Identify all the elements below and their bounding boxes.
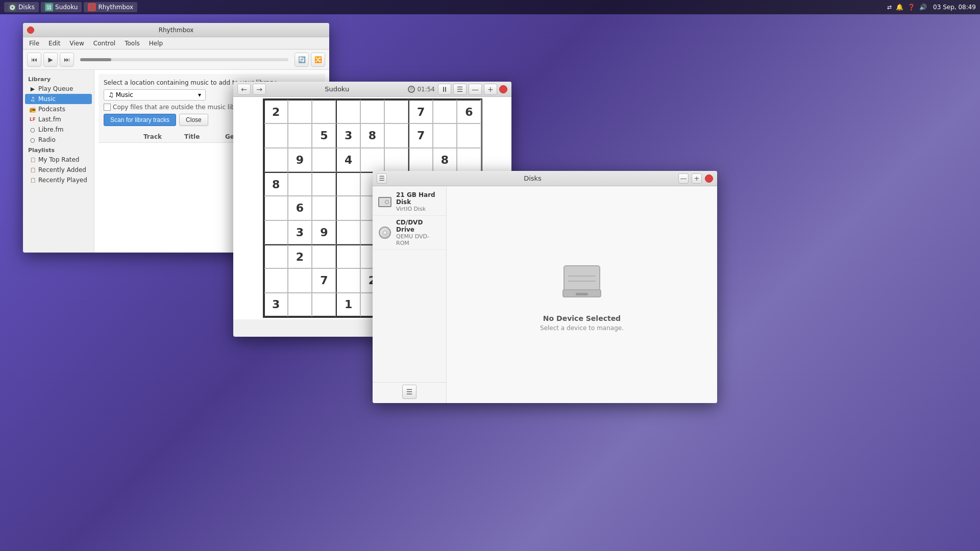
sudoku-maximize-button[interactable]: + (484, 84, 497, 95)
sudoku-cell-1-3[interactable]: 3 (336, 123, 360, 147)
sidebar-item-librefm[interactable]: ○ Libre.fm (25, 124, 92, 135)
sudoku-cell-1-6[interactable]: 7 (408, 123, 432, 147)
sudoku-cell-0-8[interactable]: 6 (457, 99, 481, 123)
rb-menu-file[interactable]: File (25, 39, 43, 48)
sidebar-item-recently-played[interactable]: 📋 Recently Played (25, 175, 92, 185)
taskbar-app-rhythmbox[interactable]: 🎵 Rhythmbox (84, 2, 137, 12)
sudoku-cell-3-0[interactable]: 8 (264, 172, 288, 196)
sudoku-minimize-button[interactable]: — (469, 84, 482, 95)
sudoku-cell-2-2[interactable] (312, 148, 336, 172)
sudoku-cell-1-8[interactable] (457, 123, 481, 147)
rhythmbox-close-button[interactable] (27, 27, 34, 34)
sudoku-cell-7-3[interactable] (336, 268, 360, 292)
sudoku-cell-6-1[interactable]: 2 (288, 244, 312, 268)
sudoku-titlebar-buttons: ⏸ ☰ — + ✕ (438, 84, 507, 95)
sudoku-cell-7-0[interactable] (264, 268, 288, 292)
sudoku-cell-2-3[interactable]: 4 (336, 148, 360, 172)
disks-taskbar-icon: 💿 (8, 3, 16, 11)
sudoku-cell-0-3[interactable] (336, 99, 360, 123)
copy-files-checkbox[interactable] (104, 104, 111, 111)
rb-repeat-button[interactable]: 🔄 (295, 53, 309, 67)
sudoku-cell-0-5[interactable] (384, 99, 408, 123)
sudoku-cell-2-4[interactable] (360, 148, 384, 172)
sudoku-cell-4-1[interactable]: 6 (288, 196, 312, 220)
sudoku-cell-8-1[interactable] (288, 293, 312, 317)
sudoku-cell-8-2[interactable] (312, 293, 336, 317)
sudoku-cell-2-6[interactable] (408, 148, 432, 172)
close-import-button[interactable]: Close (179, 114, 208, 126)
disks-minimize-button[interactable]: — (678, 173, 689, 184)
sudoku-cell-2-7[interactable]: 8 (433, 148, 457, 172)
hdd-name: 21 GB Hard Disk (396, 191, 441, 206)
rb-menu-help[interactable]: Help (145, 39, 167, 48)
sudoku-cell-4-3[interactable] (336, 196, 360, 220)
sudoku-cell-8-3[interactable]: 1 (336, 293, 360, 317)
sidebar-item-recently-added[interactable]: 📋 Recently Added (25, 165, 92, 175)
rb-play-button[interactable]: ▶ (43, 53, 58, 67)
sudoku-cell-1-7[interactable] (433, 123, 457, 147)
sudoku-cell-3-3[interactable] (336, 172, 360, 196)
sudoku-cell-2-1[interactable]: 9 (288, 148, 312, 172)
disks-maximize-button[interactable]: + (692, 173, 702, 184)
sidebar-item-lastfm[interactable]: LF Last.fm (25, 114, 92, 124)
sudoku-cell-6-0[interactable] (264, 244, 288, 268)
sudoku-pause-button[interactable]: ⏸ (438, 84, 451, 95)
disks-toolbar-menu-icon[interactable]: ☰ (402, 385, 416, 399)
sidebar-recently-played-label: Recently Played (38, 177, 87, 184)
taskbar-app-disks[interactable]: 💿 Disks (4, 2, 39, 12)
sudoku-cell-5-2[interactable]: 9 (312, 220, 336, 244)
disks-menu-button[interactable]: ☰ (377, 173, 387, 184)
rb-next-button[interactable]: ⏭ (60, 53, 74, 67)
sudoku-cell-1-4[interactable]: 8 (360, 123, 384, 147)
sudoku-cell-1-5[interactable] (384, 123, 408, 147)
sudoku-cell-4-2[interactable] (312, 196, 336, 220)
sidebar-item-top-rated[interactable]: 📋 My Top Rated (25, 155, 92, 165)
import-location-select[interactable]: ♫ Music ▾ (104, 89, 206, 101)
sudoku-cell-2-0[interactable] (264, 148, 288, 172)
sidebar-item-radio[interactable]: ○ Radio (25, 135, 92, 145)
taskbar-app-sudoku[interactable]: 🔢 Sudoku (41, 2, 82, 12)
sudoku-cell-5-3[interactable] (336, 220, 360, 244)
sudoku-cell-0-0[interactable]: 2 (264, 99, 288, 123)
sudoku-cell-3-2[interactable] (312, 172, 336, 196)
sudoku-cell-0-4[interactable] (360, 99, 384, 123)
rb-shuffle-button[interactable]: 🔀 (311, 53, 325, 67)
rb-progress-bar[interactable] (80, 58, 288, 61)
sudoku-back-button[interactable]: ← (237, 84, 251, 95)
rb-menu-control[interactable]: Control (89, 39, 119, 48)
disks-device-cdrom[interactable]: CD/DVD Drive QEMU DVD-ROM (373, 216, 446, 250)
sidebar-item-play-queue[interactable]: ▶ Play Queue (25, 84, 92, 94)
rb-menu-tools[interactable]: Tools (120, 39, 144, 48)
sudoku-cell-2-5[interactable] (384, 148, 408, 172)
rb-menu-edit[interactable]: Edit (44, 39, 64, 48)
sudoku-cell-5-0[interactable] (264, 220, 288, 244)
disks-device-hdd[interactable]: 21 GB Hard Disk VirtIO Disk (373, 188, 446, 216)
sudoku-cell-1-0[interactable] (264, 123, 288, 147)
sudoku-cell-4-0[interactable] (264, 196, 288, 220)
sudoku-cell-0-6[interactable]: 7 (408, 99, 432, 123)
scan-tracks-button[interactable]: Scan for library tracks (104, 114, 176, 126)
taskbar-left: 💿 Disks 🔢 Sudoku 🎵 Rhythmbox (4, 2, 137, 12)
sudoku-cell-1-1[interactable] (288, 123, 312, 147)
sudoku-cell-7-2[interactable]: 7 (312, 268, 336, 292)
sudoku-cell-0-1[interactable] (288, 99, 312, 123)
sudoku-cell-6-3[interactable] (336, 244, 360, 268)
sudoku-menu-button[interactable]: ☰ (453, 84, 467, 95)
sudoku-cell-6-2[interactable] (312, 244, 336, 268)
sudoku-cell-0-7[interactable] (433, 99, 457, 123)
disks-close-button[interactable]: ✕ (705, 174, 713, 183)
sudoku-cell-8-0[interactable]: 3 (264, 293, 288, 317)
sudoku-title: Sudoku (325, 85, 349, 93)
rb-menu-view[interactable]: View (65, 39, 88, 48)
sudoku-close-button[interactable]: ✕ (499, 85, 507, 93)
sudoku-cell-1-2[interactable]: 5 (312, 123, 336, 147)
sudoku-cell-5-1[interactable]: 3 (288, 220, 312, 244)
sudoku-cell-0-2[interactable] (312, 99, 336, 123)
sidebar-item-music[interactable]: ♫ Music (25, 94, 92, 104)
sudoku-cell-7-1[interactable] (288, 268, 312, 292)
sudoku-cell-2-8[interactable] (457, 148, 481, 172)
sudoku-forward-button[interactable]: → (253, 84, 266, 95)
rb-prev-button[interactable]: ⏮ (27, 53, 41, 67)
sidebar-item-podcasts[interactable]: 📻 Podcasts (25, 104, 92, 114)
sudoku-cell-3-1[interactable] (288, 172, 312, 196)
